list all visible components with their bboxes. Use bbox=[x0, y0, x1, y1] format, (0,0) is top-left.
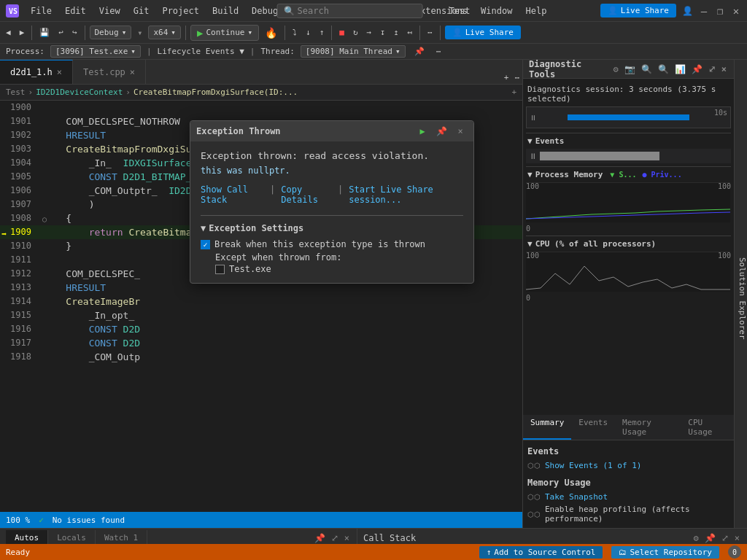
thread-dropdown[interactable]: [9008] Main Thread ▾ bbox=[301, 45, 406, 58]
cs-settings-icon[interactable]: ⚙ bbox=[692, 532, 700, 545]
close-diag-icon[interactable]: × bbox=[720, 63, 728, 76]
popup-close-btn[interactable]: × bbox=[453, 124, 468, 139]
locals-tab[interactable]: Locals bbox=[48, 530, 96, 545]
step-out-btn[interactable]: ↑ bbox=[317, 26, 328, 39]
graph-icon[interactable]: 📊 bbox=[673, 63, 687, 76]
hot-reload-btn[interactable]: 🔥 bbox=[262, 26, 280, 40]
live-share-toolbar-btn[interactable]: 👤 Live Share bbox=[445, 26, 521, 39]
more-threads-btn[interactable]: ⋯ bbox=[433, 45, 444, 58]
overflow-btn[interactable]: ⋯ bbox=[511, 71, 522, 84]
zoom-out-icon[interactable]: 🔍 bbox=[657, 63, 670, 76]
add-to-source-control-btn[interactable]: ↑ Add to Source Control bbox=[479, 546, 603, 559]
settings-title-text: Exception Settings bbox=[209, 223, 303, 233]
redo-btn[interactable]: ↪ bbox=[69, 26, 80, 39]
platform-dropdown[interactable]: x64 ▾ bbox=[148, 26, 181, 39]
pause-btn[interactable]: ⏸ bbox=[529, 152, 537, 161]
step-over-btn[interactable]: ⤵ bbox=[290, 26, 300, 39]
menu-build[interactable]: Build bbox=[206, 4, 244, 18]
solution-explorer-label[interactable]: Solution Explorer bbox=[738, 252, 747, 340]
solution-explorer[interactable]: Solution Explorer bbox=[734, 60, 747, 528]
zoom-in-icon[interactable]: 🔍 bbox=[640, 63, 654, 76]
diagnostic-panel: Diagnostic Tools ⚙ 📷 🔍 🔍 📊 📌 ⤢ × Diagnos… bbox=[522, 60, 734, 528]
debug-btn3[interactable]: ↧ bbox=[377, 26, 388, 39]
settings-row-1: ✓ Break when this exception type is thro… bbox=[201, 238, 463, 251]
live-share-button[interactable]: 👤 Live Share bbox=[600, 4, 676, 18]
tab-cpu-usage[interactable]: CPU Usage bbox=[681, 415, 734, 440]
debug-btn2[interactable]: → bbox=[364, 26, 375, 39]
popup-pin-btn[interactable]: 📌 bbox=[434, 124, 449, 139]
restart-btn[interactable]: ↻ bbox=[350, 26, 361, 39]
maximize-button[interactable]: ❐ bbox=[715, 6, 725, 16]
process-memory-section-header[interactable]: ▼ Process Memory ▼ S... ● Priv... bbox=[526, 166, 731, 182]
mem-chart-max-r: 100 bbox=[718, 182, 731, 190]
execution-arrow: ➡ bbox=[1, 228, 7, 241]
undo-btn[interactable]: ↩ bbox=[55, 26, 66, 39]
autos-float-icon[interactable]: ⤢ bbox=[330, 532, 340, 545]
step-into-btn[interactable]: ↓ bbox=[303, 26, 314, 39]
events-bar-fill bbox=[540, 152, 659, 160]
diagnostic-tabs: Summary Events Memory Usage CPU Usage bbox=[523, 415, 734, 440]
select-repository-btn[interactable]: 🗂 Select Repository bbox=[611, 546, 719, 559]
cpu-svg-chart bbox=[526, 252, 730, 292]
start-live-share-link[interactable]: Start Live Share session... bbox=[349, 184, 463, 205]
pin-btn[interactable]: 📌 bbox=[411, 45, 427, 58]
autos-tab[interactable]: Autos bbox=[6, 530, 48, 545]
autos-pin-icon[interactable]: 📌 bbox=[313, 532, 327, 545]
debug-config-label: Debug bbox=[95, 28, 119, 37]
events-section-header[interactable]: ▼ Events bbox=[526, 133, 731, 149]
fwd-btn[interactable]: ▶ bbox=[17, 26, 28, 39]
cs-float-icon[interactable]: ⤢ bbox=[720, 532, 730, 545]
cpu-section-header[interactable]: ▼ CPU (% of all processors) bbox=[526, 236, 731, 252]
watch1-tab[interactable]: Watch 1 bbox=[96, 530, 147, 545]
add-tab-btn[interactable]: + bbox=[501, 71, 512, 84]
menu-project[interactable]: Project bbox=[156, 4, 205, 18]
code-line-1917: 1917 CONST D2D bbox=[0, 336, 522, 350]
process-dropdown[interactable]: [3096] Test.exe ▾ bbox=[50, 45, 141, 58]
popup-play-btn[interactable]: ▶ bbox=[415, 124, 430, 139]
testexe-checkbox[interactable] bbox=[215, 265, 225, 274]
add-member-btn[interactable]: + bbox=[511, 88, 516, 97]
take-snapshot-link[interactable]: Take Snapshot bbox=[545, 492, 608, 502]
save-btn[interactable]: 💾 bbox=[36, 26, 53, 39]
back-btn[interactable]: ◀ bbox=[3, 26, 14, 39]
gear-icon[interactable]: ⚙ bbox=[612, 63, 620, 76]
tab-events[interactable]: Events bbox=[571, 415, 615, 440]
tab-testcpp[interactable]: Test.cpp × bbox=[73, 60, 146, 84]
debug-btn4[interactable]: ↥ bbox=[391, 26, 402, 39]
pin-icon[interactable]: 📌 bbox=[690, 63, 704, 76]
cs-pin-icon[interactable]: 📌 bbox=[703, 532, 717, 545]
separator3: | bbox=[250, 47, 255, 56]
diagnostic-timeline[interactable]: 10s ⏸ bbox=[526, 106, 731, 128]
continue-button[interactable]: ▶ Continue ▾ bbox=[190, 25, 259, 41]
show-call-stack-link[interactable]: Show Call Stack bbox=[201, 184, 264, 205]
menu-git[interactable]: Git bbox=[128, 4, 155, 18]
debug-btn5[interactable]: ↤ bbox=[404, 26, 415, 39]
notification-badge[interactable]: 0 bbox=[728, 545, 741, 559]
stop-btn[interactable]: ■ bbox=[336, 26, 347, 39]
settings-expand-btn[interactable]: ▼ Exception Settings bbox=[201, 223, 463, 233]
more-debug-btn[interactable]: ⋯ bbox=[425, 26, 436, 39]
menu-file[interactable]: File bbox=[25, 4, 58, 18]
tab-d2d1[interactable]: d2d1_1.h × bbox=[0, 60, 73, 84]
global-search[interactable]: 🔍 Search bbox=[277, 4, 423, 18]
debug-config-dropdown[interactable]: Debug ▾ bbox=[90, 26, 132, 39]
float-icon[interactable]: ⤢ bbox=[707, 63, 717, 76]
tab-memory-usage[interactable]: Memory Usage bbox=[615, 415, 681, 440]
close-button[interactable]: ✕ bbox=[731, 6, 741, 16]
menu-window[interactable]: Window bbox=[475, 4, 518, 18]
tab-testcpp-close[interactable]: × bbox=[130, 67, 135, 77]
tab-d2d1-close[interactable]: × bbox=[57, 67, 62, 77]
menu-help[interactable]: Help bbox=[519, 4, 552, 18]
person-icon[interactable]: 👤 bbox=[682, 6, 693, 16]
copy-details-link[interactable]: Copy Details bbox=[281, 184, 332, 205]
tab-summary[interactable]: Summary bbox=[523, 415, 571, 440]
minimize-button[interactable]: — bbox=[699, 6, 709, 16]
autos-close-icon[interactable]: × bbox=[343, 532, 351, 545]
lifecycle-btn[interactable]: Lifecycle Events ▼ bbox=[158, 47, 244, 56]
show-events-link[interactable]: Show Events (1 of 1) bbox=[545, 461, 641, 470]
menu-edit[interactable]: Edit bbox=[59, 4, 92, 18]
menu-view[interactable]: View bbox=[93, 4, 126, 18]
camera-icon[interactable]: 📷 bbox=[623, 63, 637, 76]
break-checkbox[interactable]: ✓ bbox=[201, 240, 210, 249]
cs-close-icon[interactable]: × bbox=[733, 532, 741, 545]
